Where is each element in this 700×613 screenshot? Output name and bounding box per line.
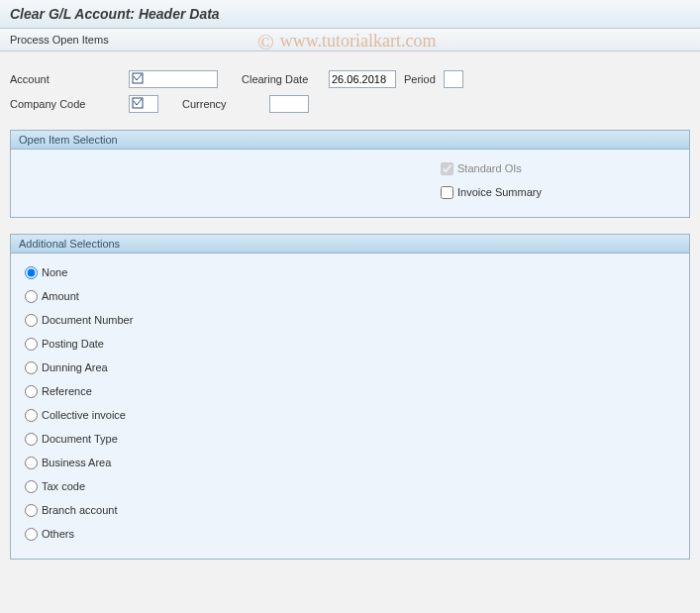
open-item-selection-group: Open Item Selection Standard OIs Invoice… — [10, 130, 690, 218]
account-label: Account — [10, 73, 129, 85]
additional-selection-radio[interactable] — [25, 528, 38, 541]
period-input[interactable] — [444, 70, 463, 88]
additional-selection-radio[interactable] — [25, 361, 38, 374]
additional-selection-radio[interactable] — [25, 385, 38, 398]
additional-selection-label: Dunning Area — [42, 361, 108, 373]
additional-selection-radio[interactable] — [25, 314, 38, 327]
additional-selection-radio[interactable] — [25, 457, 38, 469]
additional-selection-label: Business Area — [42, 457, 111, 468]
additional-selection-label: Collective invoice — [42, 409, 126, 421]
open-item-selection-title: Open Item Selection — [11, 131, 689, 150]
additional-selection-radio[interactable] — [25, 433, 38, 446]
additional-selection-radio[interactable] — [25, 504, 38, 517]
invoice-summary-checkbox[interactable] — [441, 186, 453, 199]
account-input[interactable] — [129, 70, 218, 88]
invoice-summary-label: Invoice Summary — [457, 186, 542, 198]
clearing-date-label: Clearing Date — [242, 73, 329, 85]
standard-ois-label: Standard OIs — [457, 162, 522, 174]
additional-selection-label: Reference — [42, 385, 92, 397]
standard-ois-checkbox — [441, 162, 453, 175]
process-open-items-button[interactable]: Process Open Items — [10, 34, 109, 46]
additional-selection-radio[interactable] — [25, 409, 38, 422]
additional-selection-radio[interactable] — [25, 480, 38, 493]
additional-selection-label: Tax code — [42, 480, 85, 492]
currency-input[interactable] — [269, 95, 309, 113]
company-code-label: Company Code — [10, 98, 129, 110]
toolbar: Process Open Items — [0, 29, 700, 51]
clearing-date-input[interactable] — [329, 70, 396, 88]
currency-label: Currency — [182, 98, 269, 110]
additional-selection-label: Document Type — [42, 433, 118, 445]
additional-selection-label: Branch account — [42, 504, 117, 516]
period-label: Period — [404, 73, 444, 85]
additional-selection-radio[interactable] — [25, 266, 38, 279]
additional-selection-label: Others — [42, 528, 74, 540]
additional-selection-label: Posting Date — [42, 338, 104, 350]
additional-selection-label: None — [42, 266, 67, 278]
company-code-input[interactable] — [129, 95, 158, 113]
additional-selections-group: Additional Selections NoneAmountDocument… — [10, 234, 690, 560]
additional-selection-label: Document Number — [42, 314, 133, 326]
additional-selection-radio[interactable] — [25, 290, 38, 303]
page-title: Clear G/L Account: Header Data — [0, 0, 700, 29]
additional-selection-radio[interactable] — [25, 338, 38, 351]
additional-selections-title: Additional Selections — [11, 235, 689, 254]
additional-selection-label: Amount — [42, 290, 79, 302]
